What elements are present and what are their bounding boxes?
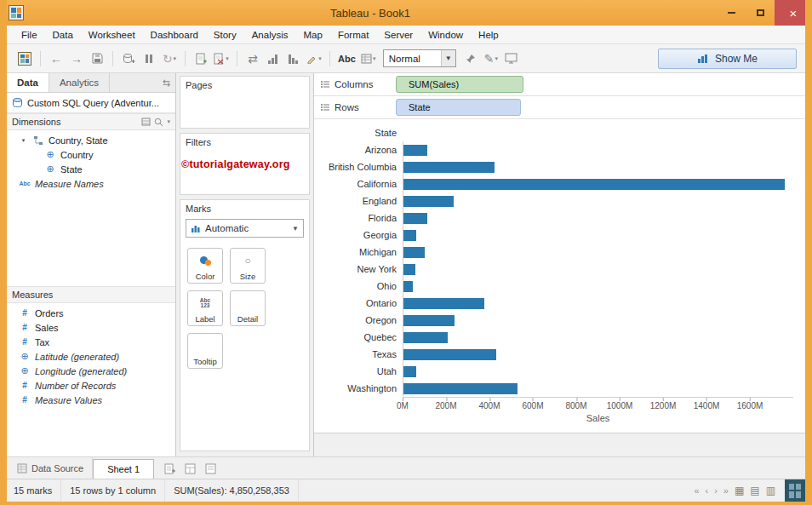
add-datasource-button[interactable] (119, 49, 138, 69)
previous-page-icon[interactable]: ‹ (704, 485, 711, 496)
new-story-icon[interactable] (205, 462, 217, 474)
title-bar[interactable]: Tableau - Book1 × (0, 0, 812, 26)
rows-pill-state[interactable]: State (396, 99, 521, 116)
new-dashboard-icon[interactable] (185, 462, 197, 474)
menu-map[interactable]: Map (296, 27, 330, 43)
marks-label-button[interactable]: Abc123Label (187, 290, 223, 326)
chart-row-label[interactable]: Washington (316, 383, 403, 393)
pane-swap-icon[interactable]: ⇆ (157, 73, 175, 92)
undo-button[interactable]: ← (47, 49, 66, 69)
chart-bar-ontario[interactable] (403, 298, 484, 309)
save-button[interactable] (88, 49, 106, 69)
maximize-button[interactable] (746, 0, 775, 26)
chart-row-label[interactable]: Florida (316, 213, 403, 223)
view-options-icon[interactable] (141, 118, 151, 126)
marks-tooltip-button[interactable]: Tooltip (187, 333, 223, 369)
menu-help[interactable]: Help (471, 27, 506, 43)
chart-bar-utah[interactable] (403, 366, 416, 377)
resize-grip-icon[interactable] (785, 479, 805, 502)
chart-row-label[interactable]: Ontario (316, 298, 403, 308)
annotate-button[interactable]: ✎▾ (482, 49, 500, 69)
tableau-logo-button[interactable] (15, 49, 34, 69)
show-me-button[interactable]: Show Me (658, 49, 797, 69)
swap-axes-button[interactable]: ⇄ (243, 49, 262, 69)
highlight-button[interactable]: ▾ (305, 49, 323, 69)
chart-bar-georgia[interactable] (403, 230, 416, 241)
menu-server[interactable]: Server (376, 27, 420, 43)
next-page-icon[interactable]: › (712, 485, 719, 496)
field-country[interactable]: ⊕Country (7, 147, 175, 162)
chart-row-label[interactable]: Quebec (316, 332, 403, 342)
chart-row-label[interactable]: England (316, 196, 403, 206)
chart-row-label[interactable]: Georgia (316, 230, 403, 240)
fit-options-button[interactable]: ▾ (359, 49, 378, 69)
mark-type-select[interactable]: Automatic ▼ (186, 219, 304, 238)
new-worksheet-button[interactable] (192, 49, 210, 69)
chart-bar-england[interactable] (403, 196, 454, 207)
chart-bar-new-york[interactable] (403, 264, 415, 275)
chart-row-label[interactable]: California (316, 179, 403, 189)
menu-window[interactable]: Window (420, 27, 471, 43)
chart-bar-texas[interactable] (403, 349, 496, 360)
chart-row-label[interactable]: Texas (316, 349, 403, 359)
presentation-mode-button[interactable] (502, 49, 521, 69)
columns-pill-sum-sales[interactable]: SUM(Sales) (396, 76, 523, 93)
minimize-button[interactable] (717, 0, 746, 26)
chart-bar-oregon[interactable] (403, 315, 455, 326)
marks-size-button[interactable]: ○Size (230, 248, 266, 284)
sort-fields-icon[interactable]: ▾ (167, 118, 170, 125)
chart-row-label[interactable]: Utah (316, 366, 403, 376)
chart-bar-california[interactable] (403, 179, 785, 190)
menu-story[interactable]: Story (206, 27, 244, 43)
field-orders[interactable]: #Orders (7, 306, 175, 320)
field-measure-names[interactable]: AbcMeasure Names (7, 176, 175, 191)
chart-bar-british-columbia[interactable] (403, 162, 495, 173)
marks-detail-button[interactable]: Detail (230, 290, 266, 326)
field-state[interactable]: ⊕State (7, 162, 175, 176)
new-worksheet-icon[interactable] (164, 462, 176, 474)
chart-bar-michigan[interactable] (403, 247, 425, 258)
pages-shelf[interactable]: Pages (180, 76, 310, 129)
show-filmstrip-icon[interactable]: ▤ (748, 485, 761, 496)
field-country-state[interactable]: ▾Country, State (7, 133, 175, 147)
chart-row-label[interactable]: New York (316, 264, 403, 274)
last-page-icon[interactable]: » (722, 485, 730, 496)
search-icon[interactable] (154, 118, 163, 127)
marks-color-button[interactable]: Color (187, 248, 223, 284)
tab-analytics[interactable]: Analytics (49, 73, 110, 92)
sort-ascending-button[interactable] (264, 49, 283, 69)
fix-axes-button[interactable] (461, 49, 480, 69)
field-tax[interactable]: #Tax (7, 335, 175, 349)
datasource-item[interactable]: Custom SQL Query (Adventur... (7, 93, 175, 113)
close-button[interactable]: × (775, 0, 812, 26)
chart-row-label[interactable]: Ohio (316, 281, 403, 291)
field-longitude-generated[interactable]: ⊕Longitude (generated) (7, 364, 175, 378)
sort-descending-button[interactable] (284, 49, 303, 69)
show-list-icon[interactable]: ▥ (764, 485, 777, 496)
clear-sheet-button[interactable]: ▾ (212, 49, 231, 69)
chart-row-label[interactable]: Oregon (316, 315, 403, 325)
field-latitude-generated[interactable]: ⊕Latitude (generated) (7, 349, 175, 364)
view-fit-select[interactable]: Normal ▼ (383, 49, 456, 67)
columns-shelf[interactable]: Columns SUM(Sales) (314, 73, 805, 96)
tab-data-source[interactable]: Data Source (9, 457, 93, 479)
chart-bar-florida[interactable] (403, 213, 427, 224)
show-mark-labels-button[interactable]: Abc (336, 49, 357, 69)
redo-button[interactable]: → (67, 49, 86, 69)
menu-format[interactable]: Format (330, 27, 376, 43)
menu-data[interactable]: Data (45, 27, 81, 43)
chart-bar-quebec[interactable] (403, 332, 448, 343)
menu-dashboard[interactable]: Dashboard (143, 27, 206, 43)
field-number-of-records[interactable]: #Number of Records (7, 378, 175, 393)
chart-bar-ohio[interactable] (403, 281, 413, 292)
tab-sheet-1[interactable]: Sheet 1 (93, 459, 154, 479)
tab-data[interactable]: Data (7, 73, 49, 92)
field-sales[interactable]: #Sales (7, 320, 175, 335)
show-tabs-icon[interactable]: ▦ (733, 485, 746, 496)
chart-bar-washington[interactable] (403, 383, 518, 394)
first-page-icon[interactable]: « (692, 485, 700, 496)
field-measure-values[interactable]: #Measure Values (7, 393, 175, 407)
chart-row-label[interactable]: Arizona (316, 145, 403, 155)
chart-row-label[interactable]: Michigan (316, 247, 403, 257)
menu-analysis[interactable]: Analysis (244, 27, 296, 43)
